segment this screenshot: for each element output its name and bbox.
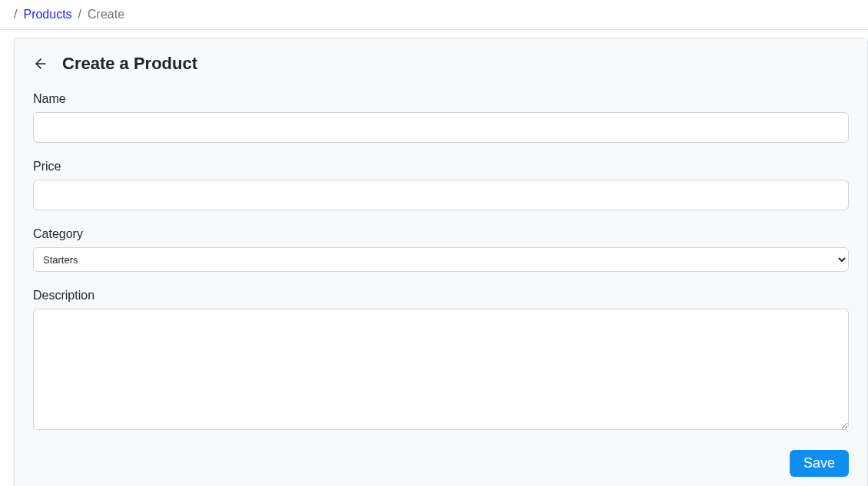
price-label: Price [33, 160, 849, 174]
breadcrumb-current: Create [88, 8, 124, 21]
price-input[interactable] [33, 180, 849, 210]
description-textarea[interactable] [33, 309, 849, 430]
arrow-left-icon[interactable] [33, 56, 48, 71]
form-group-category: Category Starters [33, 227, 849, 272]
create-product-card: Create a Product Name Price Category Sta… [14, 38, 868, 486]
breadcrumb-separator: / [14, 8, 17, 21]
name-input[interactable] [33, 112, 849, 143]
name-label: Name [33, 92, 849, 106]
actions-row: Save [33, 450, 849, 477]
breadcrumb-separator: / [78, 8, 81, 21]
breadcrumb-link-products[interactable]: Products [23, 8, 71, 21]
save-button[interactable]: Save [790, 450, 849, 477]
form-group-price: Price [33, 160, 849, 210]
category-label: Category [33, 227, 849, 241]
page-title: Create a Product [62, 54, 197, 74]
category-select[interactable]: Starters [33, 247, 849, 272]
description-label: Description [33, 289, 849, 303]
form-group-name: Name [33, 92, 849, 143]
breadcrumb: / Products / Create [0, 0, 868, 30]
form-group-description: Description [33, 289, 849, 433]
card-header: Create a Product [33, 54, 849, 74]
